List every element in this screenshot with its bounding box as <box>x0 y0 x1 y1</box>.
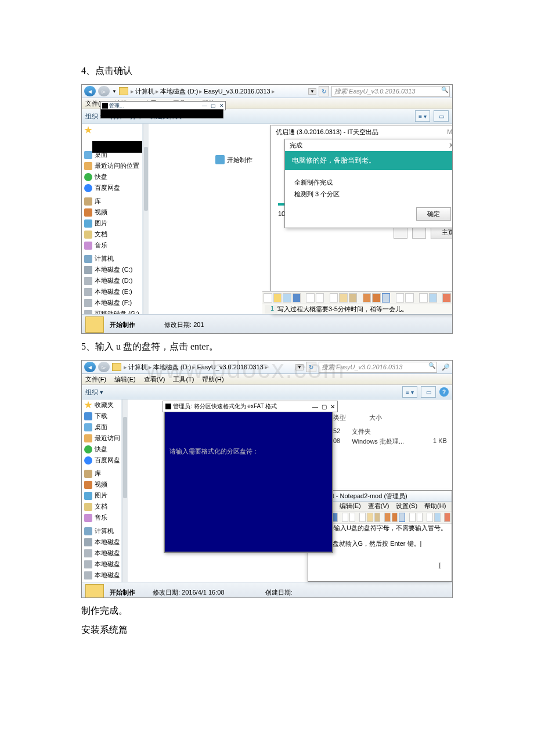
sidebar-item-recent[interactable]: 最近访问的位置 <box>82 160 142 171</box>
dropdown-icon[interactable]: ▼ <box>112 89 117 94</box>
preview-pane-icon[interactable]: ▭ <box>434 110 449 122</box>
view-mode-icon[interactable]: ≡ ▾ <box>402 386 417 398</box>
search-input[interactable]: 搜索 EasyU_v3.0.2016.0313 <box>331 86 450 97</box>
zoom-out-icon[interactable] <box>417 513 423 522</box>
menu-tools[interactable]: 工具(T) <box>173 375 194 384</box>
sidebar-item-drive-c[interactable]: 本地磁盘 (C:) <box>82 537 121 548</box>
col-size[interactable]: 大小 <box>369 413 382 422</box>
exit-icon[interactable] <box>444 513 450 522</box>
replace-icon[interactable] <box>372 293 381 303</box>
close-icon[interactable]: ✕ <box>219 103 224 109</box>
close-icon[interactable]: X <box>449 142 453 149</box>
ok-button[interactable]: 确定 <box>416 207 451 221</box>
sidebar-item-videos[interactable]: 视频 <box>82 479 121 490</box>
max-icon[interactable]: ▢ <box>211 103 216 109</box>
menu-view[interactable]: 查看(V) <box>368 502 389 511</box>
menu-view[interactable]: 查看(V) <box>144 375 165 384</box>
sidebar-item-documents[interactable]: 文档 <box>82 501 121 512</box>
sidebar-item-downloads[interactable]: 下载 <box>82 411 121 422</box>
option-box-2[interactable] <box>412 227 426 239</box>
sidebar-item-drive-f[interactable]: 本地磁盘 (F:) <box>82 570 121 581</box>
file-item-start[interactable]: 开始制作 <box>215 155 252 164</box>
address-dropdown-icon[interactable]: ▼ <box>308 88 316 95</box>
sidebar-item-drive-c[interactable]: 本地磁盘 (C:) <box>82 264 142 275</box>
sidebar-group-libraries[interactable]: 库 <box>82 466 121 479</box>
menu-help[interactable]: 帮助(H) <box>202 375 223 384</box>
sidebar-item-recent[interactable]: 最近访问 <box>82 433 121 444</box>
sidebar-item-desktop[interactable]: 桌面 <box>82 422 121 433</box>
sidebar-item-pictures[interactable]: 图片 <box>82 490 121 501</box>
new-icon[interactable] <box>264 293 272 303</box>
nav-back-icon[interactable]: ◄ <box>84 362 96 372</box>
wrap-icon[interactable] <box>382 293 391 303</box>
find-icon[interactable] <box>384 513 391 522</box>
sidebar-item-drive-g[interactable]: 可移动磁盘 (G:) <box>82 308 142 314</box>
sidebar-item-drive-f[interactable]: 本地磁盘 (F:) <box>82 297 142 308</box>
breadcrumb[interactable]: ▸计算机 ▸本地磁盘 (D:) ▸EasyU_v3.0.2016.0313 ▸ <box>124 363 293 372</box>
refresh-icon[interactable]: ↻ <box>306 362 316 372</box>
sidebar-scrollbar[interactable] <box>143 124 149 314</box>
col-type[interactable]: 类型 <box>333 413 346 422</box>
sidebar-item-music[interactable]: 音乐 <box>82 512 121 523</box>
wrap-icon[interactable] <box>399 513 405 522</box>
sidebar-item-drive-e[interactable]: 本地磁盘 (E:) <box>82 559 121 570</box>
sidebar-item-baidu[interactable]: 百度网盘 <box>82 182 142 193</box>
help-icon[interactable]: ? <box>439 387 449 397</box>
address-dropdown-icon[interactable]: ▼ <box>295 364 304 370</box>
sidebar-item-drive-g[interactable]: 可移动磁盘 (G:) <box>82 581 121 582</box>
option-box-1[interactable] <box>394 227 407 239</box>
nav-forward-icon[interactable]: ▻ <box>98 86 110 96</box>
breadcrumb[interactable]: ▸计算机 ▸本地磁盘 (D:) ▸EasyU_v3.0.2016.0313 ▸ <box>131 87 306 96</box>
sidebar-item-music[interactable]: 音乐 <box>82 240 142 251</box>
sidebar-item-kuaipan[interactable]: 快盘 <box>82 171 142 182</box>
sidebar-group-libraries[interactable]: 库 <box>82 193 142 207</box>
sidebar-item-baidu[interactable]: 百度网盘 <box>82 455 121 466</box>
toolbar-organize[interactable]: 组织 ▾ <box>85 388 103 397</box>
minimize-icon[interactable]: — <box>312 404 318 410</box>
menu-settings[interactable]: 设置(S) <box>396 502 417 511</box>
copy-icon[interactable] <box>339 293 348 303</box>
nav-forward-icon[interactable]: ▻ <box>98 362 110 372</box>
open-icon[interactable] <box>273 293 282 303</box>
copy-icon[interactable] <box>367 513 373 522</box>
sidebar-scrollbar[interactable] <box>122 399 128 582</box>
close-icon[interactable]: ✕ <box>330 404 335 410</box>
sidebar-group-computer[interactable]: 计算机 <box>82 251 142 264</box>
save-icon[interactable] <box>293 293 301 303</box>
search-submit-icon[interactable]: 🔎 <box>442 363 450 371</box>
sidebar-item-videos[interactable]: 视频 <box>82 207 142 218</box>
preview-pane-icon[interactable]: ▭ <box>421 386 436 398</box>
sidebar-group-computer[interactable]: 计算机 <box>82 523 121 537</box>
search-input[interactable]: 搜索 EasyU_v3.0.2016.0313 <box>319 362 437 373</box>
refresh-icon[interactable]: ↻ <box>319 86 329 96</box>
replace-icon[interactable] <box>392 513 398 522</box>
exit-icon[interactable] <box>442 293 451 303</box>
cut-icon[interactable] <box>330 293 338 303</box>
undo-icon[interactable] <box>306 293 315 303</box>
zoom-in-icon[interactable] <box>409 513 416 522</box>
settings-icon[interactable] <box>427 513 433 522</box>
maximize-icon[interactable]: ▢ <box>322 404 327 410</box>
sidebar-item-drive-d[interactable]: 本地磁盘 (D:) <box>82 275 142 286</box>
menu-file[interactable]: 文件(F) <box>85 375 106 384</box>
sidebar-item-drive-e[interactable]: 本地磁盘 (E:) <box>82 286 142 297</box>
save-icon[interactable] <box>283 293 291 303</box>
paste-icon[interactable] <box>349 293 358 303</box>
list-item[interactable]: 08 Windows 批处理... 1 KB <box>333 437 447 447</box>
sidebar-item-favorites[interactable]: 收藏夹 <box>82 399 121 411</box>
find-icon[interactable] <box>363 293 371 303</box>
zoom-in-icon[interactable] <box>396 293 405 303</box>
redo-icon[interactable] <box>349 513 356 522</box>
min-icon[interactable]: — <box>202 103 207 109</box>
cmd-window[interactable]: 请输入需要格式化的分区盘符： <box>164 411 333 553</box>
sidebar-item-kuaipan[interactable]: 快盘 <box>82 444 121 455</box>
easyu-m-button[interactable]: M <box>447 128 452 135</box>
tool-icon[interactable] <box>429 293 438 303</box>
sidebar-item-pictures[interactable]: 图片 <box>82 218 142 229</box>
sidebar-item-documents[interactable]: 文档 <box>82 229 142 240</box>
view-mode-icon[interactable]: ≡ ▾ <box>415 110 430 122</box>
menu-edit[interactable]: 编辑(E) <box>114 375 136 384</box>
list-item[interactable]: 52 文件夹 <box>333 427 447 437</box>
settings-icon[interactable] <box>419 293 428 303</box>
paste-icon[interactable] <box>374 513 381 522</box>
